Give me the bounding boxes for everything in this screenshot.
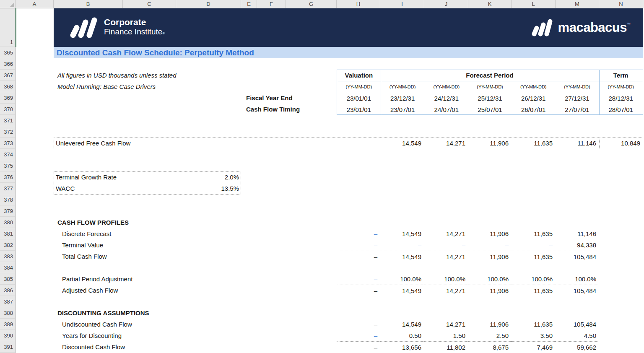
date-cell[interactable]: 26/07/01	[512, 104, 556, 115]
date-cell[interactable]: 25/07/01	[468, 104, 512, 115]
value-cell[interactable]: 14,271	[424, 285, 468, 296]
value-cell[interactable]: 100.0%	[424, 273, 468, 285]
wacc-value[interactable]: 13.5%	[184, 183, 239, 194]
value-cell[interactable]: 4.50	[556, 330, 599, 341]
fiscal-year-end-label[interactable]: Fiscal Year End	[246, 92, 293, 104]
note-units[interactable]: All figures in USD thousands unless stat…	[57, 70, 176, 81]
date-format-cell[interactable]: (YY-MM-DD)	[599, 81, 643, 93]
value-cell[interactable]: 14,271	[424, 228, 468, 239]
value-cell[interactable]: 59,662	[556, 341, 599, 353]
sheet-title-bar[interactable]: Discounted Cash Flow Schedule: Perpetuit…	[54, 47, 643, 58]
term-header[interactable]: Term	[599, 70, 643, 81]
column-header[interactable]: D	[176, 0, 241, 8]
column-header[interactable]: M	[556, 0, 599, 8]
row-header[interactable]: 374	[0, 149, 15, 160]
forecast-period-header[interactable]: Forecast Period	[381, 70, 599, 81]
value-cell[interactable]	[599, 251, 643, 262]
value-cell[interactable]: 105,484	[556, 251, 599, 262]
value-cell[interactable]: 100.0%	[556, 273, 599, 285]
row-header[interactable]: 391	[0, 341, 15, 353]
row-header[interactable]: 376	[0, 171, 15, 183]
discrete-forecast-label[interactable]: Discrete Forecast	[62, 228, 112, 239]
column-header[interactable]: B	[54, 0, 123, 8]
row-header[interactable]: 383	[0, 251, 15, 262]
row-header[interactable]: 387	[0, 296, 15, 307]
date-cell[interactable]: 24/12/31	[424, 93, 468, 104]
row-header[interactable]: 365	[0, 47, 15, 58]
value-cell[interactable]	[599, 341, 643, 353]
date-format-cell[interactable]: (YY-MM-DD)	[424, 81, 468, 93]
value-cell[interactable]: 11,906	[468, 251, 512, 262]
value-cell[interactable]: 2.50	[468, 330, 512, 341]
row-header[interactable]: 373	[0, 138, 15, 149]
value-cell[interactable]: –	[337, 273, 380, 285]
value-cell[interactable]	[599, 239, 643, 251]
cash-flow-timing-label[interactable]: Cash Flow Timing	[246, 104, 300, 115]
column-header[interactable]: E	[241, 0, 257, 8]
row-header[interactable]: 384	[0, 262, 15, 273]
date-format-cell[interactable]: (YY-MM-DD)	[468, 81, 512, 93]
select-all-corner[interactable]	[0, 0, 16, 8]
date-cell[interactable]: 28/12/31	[599, 93, 643, 104]
date-cell[interactable]: 23/01/01	[337, 104, 381, 115]
total-cash-flow-label[interactable]: Total Cash Flow	[62, 251, 107, 262]
value-cell[interactable]: 13,656	[380, 341, 424, 353]
value-cell[interactable]	[599, 319, 643, 330]
row-header[interactable]: 380	[0, 217, 15, 228]
value-cell[interactable]: –	[337, 319, 380, 330]
terminal-value-label[interactable]: Terminal Value	[62, 239, 103, 251]
undiscounted-cash-flow-label[interactable]: Undiscounted Cash Flow	[62, 319, 132, 330]
row-header[interactable]: 377	[0, 183, 15, 194]
value-cell[interactable]: 7,469	[512, 341, 556, 353]
value-cell[interactable]: 11,635	[512, 251, 556, 262]
date-format-cell[interactable]: (YY-MM-DD)	[337, 81, 381, 93]
row-header[interactable]: 385	[0, 273, 15, 285]
row-header[interactable]: 381	[0, 228, 15, 239]
row-header[interactable]: 390	[0, 330, 15, 341]
row-header-1[interactable]: 1	[0, 8, 15, 47]
row-header[interactable]: 368	[0, 81, 15, 92]
value-cell[interactable]: 11,635	[512, 138, 556, 149]
value-cell[interactable]: 8,675	[468, 341, 512, 353]
date-cell[interactable]: 24/07/01	[424, 104, 468, 115]
value-cell[interactable]: 14,549	[380, 285, 424, 296]
row-header[interactable]: 379	[0, 205, 15, 217]
column-header[interactable]: C	[123, 0, 176, 8]
date-cell[interactable]: 27/12/31	[556, 93, 599, 104]
value-cell[interactable]: –	[424, 239, 468, 251]
date-cell[interactable]: 27/07/01	[556, 104, 599, 115]
value-cell[interactable]: 10,849	[599, 138, 643, 149]
date-cell[interactable]: 28/07/01	[599, 104, 643, 115]
value-cell[interactable]: –	[468, 239, 512, 251]
column-header[interactable]: F	[257, 0, 286, 8]
partial-period-adjustment-label[interactable]: Partial Period Adjustment	[62, 273, 132, 285]
value-cell[interactable]: 14,549	[380, 138, 424, 149]
value-cell[interactable]: –	[337, 251, 380, 262]
value-cell[interactable]	[599, 228, 643, 239]
value-cell[interactable]: 105,484	[556, 319, 599, 330]
value-cell[interactable]: 11,635	[512, 319, 556, 330]
date-cell[interactable]: 26/12/31	[512, 93, 556, 104]
value-cell[interactable]: 11,635	[512, 285, 556, 296]
value-cell[interactable]: 14,549	[380, 319, 424, 330]
value-cell[interactable]: 14,271	[424, 319, 468, 330]
column-header[interactable]: N	[599, 0, 643, 8]
value-cell[interactable]: –	[380, 239, 424, 251]
value-cell[interactable]: 3.50	[512, 330, 556, 341]
column-header[interactable]: H	[337, 0, 380, 8]
value-cell[interactable]	[337, 138, 380, 149]
row-header[interactable]: 366	[0, 58, 15, 70]
value-cell[interactable]: 14,549	[380, 251, 424, 262]
value-cell[interactable]	[599, 273, 643, 285]
row-header[interactable]: 370	[0, 104, 15, 115]
value-cell[interactable]: 105,484	[556, 285, 599, 296]
terminal-growth-rate-label[interactable]: Terminal Growth Rate	[56, 171, 117, 183]
cell-a1[interactable]	[16, 8, 54, 47]
section-header-discounting-assumptions[interactable]: DISCOUNTING ASSUMPTIONS	[57, 307, 149, 319]
wacc-label[interactable]: WACC	[56, 183, 75, 194]
value-cell[interactable]: –	[337, 239, 380, 251]
column-header[interactable]: K	[468, 0, 512, 8]
column-header[interactable]: A	[16, 0, 54, 8]
value-cell[interactable]: 11,146	[556, 138, 599, 149]
value-cell[interactable]: 11,906	[468, 285, 512, 296]
